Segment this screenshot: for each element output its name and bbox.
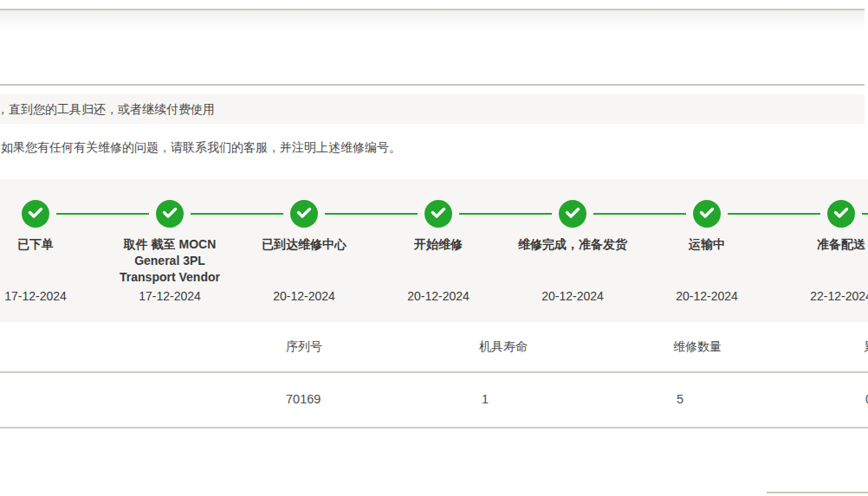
timeline-connector [862,213,868,215]
check-icon [156,198,184,229]
step-date: 20-12-2024 [262,289,346,303]
table-cell: 5 [677,371,683,428]
note-row-text: ，直到您的工具归还，或者继续付费使用 [0,94,215,124]
step-complete-circle [22,200,49,228]
step-label: 维修完成，准备发货 [515,236,630,253]
step-complete-circle [424,200,452,228]
step-label: 准备配送 [784,236,868,253]
check-icon [559,198,586,229]
clipped-text-fragment: ， [0,102,9,116]
step-label: 已到达维修中心 [247,236,361,253]
timeline-connector [593,213,686,215]
step-label: 开始维修 [381,236,496,253]
table-column-header-clipped: 累 [864,322,868,371]
step-label: 取件 截至 MOCN General 3PL Transport Vendor [113,236,227,286]
check-icon [424,198,452,229]
step-date: 20-12-2024 [531,289,614,303]
repair-tracking-page: ，直到您的工具归还，或者继续付费使用 如果您有任何有关维修的问题，请联系我们的客… [0,0,868,496]
note-line2: 如果您有任何有关维修的问题，请联系我们的客服，并注明上述维修编号。 [1,140,401,156]
table-column-header: 序列号 [286,322,322,371]
top-divider-shadow [0,10,865,29]
note-line1: 直到您的工具归还，或者继续付费使用 [9,102,215,116]
step-complete-circle [156,200,184,228]
timeline-connector [728,213,820,215]
table-row-divider [0,427,868,428]
repair-detail-table: 序列号机具寿命维修数量7016915累0 [0,322,868,496]
step-date: 20-12-2024 [665,289,748,303]
step-date: 22-12-2024 [800,289,868,303]
step-label: 已下单 [0,236,93,253]
timeline-connector [459,213,552,215]
timeline-connector [191,213,283,215]
check-icon [290,198,318,229]
repair-status-timeline: 已下单 17-12-2024 取件 截至 MOCN General 3PL Tr… [0,179,868,322]
step-date: 20-12-2024 [397,289,480,303]
timeline-connector [325,213,418,215]
step-complete-circle [693,200,721,228]
section-divider [0,84,865,86]
table-cell: 1 [482,371,489,428]
step-label: 运输中 [650,236,764,253]
table-column-header: 机具寿命 [479,322,528,371]
check-icon [827,198,855,229]
table-column-header: 维修数量 [673,322,722,371]
step-complete-circle [290,200,318,228]
step-date: 17-12-2024 [0,289,77,303]
note-row-highlighted: ，直到您的工具归还，或者继续付费使用 [0,94,865,124]
step-complete-circle [559,200,586,228]
step-date: 17-12-2024 [128,289,211,303]
table-cell: 70169 [286,371,321,428]
timeline-connector [56,213,149,215]
check-icon [693,198,721,229]
table-header-divider [0,371,868,373]
check-icon [22,198,49,229]
step-complete-circle [827,200,855,228]
horizontal-scrollbar-thumb[interactable] [767,492,868,493]
